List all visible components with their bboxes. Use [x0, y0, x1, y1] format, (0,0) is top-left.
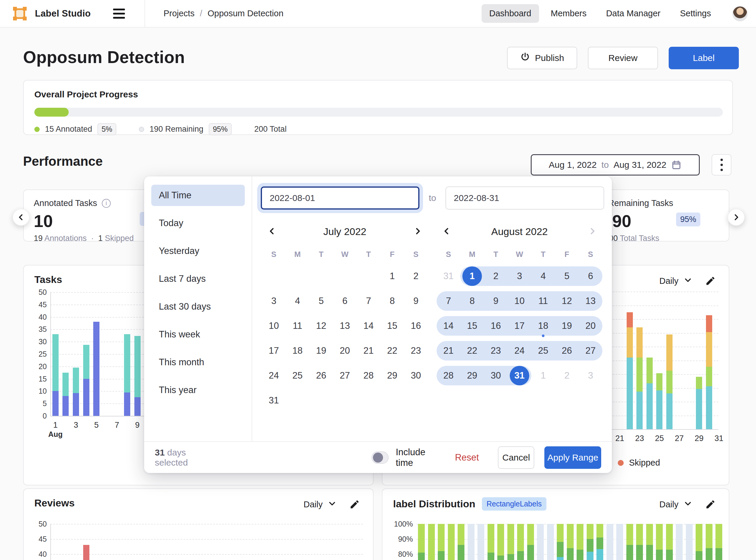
- calendar-day[interactable]: 20: [333, 338, 357, 363]
- calendar-day[interactable]: 21: [357, 338, 380, 363]
- calendar-day[interactable]: 20: [579, 314, 602, 338]
- start-date-input[interactable]: [261, 186, 419, 209]
- calendar-day[interactable]: 3: [579, 363, 602, 388]
- calendar-day[interactable]: 23: [484, 338, 508, 363]
- calendar-day[interactable]: 2: [484, 264, 508, 288]
- nav-tab-settings[interactable]: Settings: [672, 4, 719, 23]
- calendar-day[interactable]: 5: [309, 288, 333, 314]
- calendar-day[interactable]: 13: [579, 288, 602, 314]
- calendar-day[interactable]: 24: [262, 363, 286, 388]
- prev-month-icon[interactable]: [440, 224, 454, 239]
- preset-this-year[interactable]: This year: [151, 379, 245, 401]
- calendar-day[interactable]: 23: [404, 338, 428, 363]
- carousel-next-button[interactable]: [728, 209, 745, 226]
- calendar-day[interactable]: 9: [404, 288, 428, 314]
- calendar-day[interactable]: 26: [309, 363, 333, 388]
- calendar-day[interactable]: 2: [404, 264, 428, 288]
- breadcrumb-projects[interactable]: Projects: [163, 8, 195, 18]
- preset-this-week[interactable]: This week: [151, 324, 245, 345]
- calendar-day[interactable]: 31: [262, 388, 286, 413]
- nav-tab-members[interactable]: Members: [543, 4, 594, 23]
- calendar-day[interactable]: 30: [484, 363, 508, 388]
- calendar-day[interactable]: 25: [286, 363, 309, 388]
- calendar-day[interactable]: 4: [531, 264, 555, 288]
- reset-button[interactable]: Reset: [455, 452, 479, 463]
- calendar-day[interactable]: 8: [460, 288, 484, 314]
- hamburger-menu-icon[interactable]: [113, 8, 127, 20]
- calendar-day[interactable]: 17: [508, 314, 531, 338]
- calendar-day[interactable]: 31: [508, 363, 531, 388]
- calendar-day[interactable]: 12: [309, 314, 333, 338]
- next-month-icon[interactable]: [411, 224, 425, 239]
- prev-month-icon[interactable]: [265, 224, 279, 239]
- preset-all-time[interactable]: All Time: [151, 185, 245, 206]
- calendar-day[interactable]: 27: [579, 338, 602, 363]
- calendar-day[interactable]: 28: [357, 363, 380, 388]
- calendar-day[interactable]: 19: [309, 338, 333, 363]
- preset-this-month[interactable]: This month: [151, 352, 245, 373]
- calendar-day[interactable]: 28: [437, 363, 460, 388]
- publish-button[interactable]: Publish: [507, 47, 577, 69]
- calendar-day[interactable]: 17: [262, 338, 286, 363]
- remaining-tasks-value: 190: [603, 211, 719, 231]
- calendar-day[interactable]: 11: [531, 288, 555, 314]
- calendar-day[interactable]: 2: [555, 363, 579, 388]
- calendar-day[interactable]: 27: [333, 363, 357, 388]
- calendar-day[interactable]: 16: [484, 314, 508, 338]
- preset-last-30-days[interactable]: Last 30 days: [151, 296, 245, 317]
- calendar-day[interactable]: 6: [333, 288, 357, 314]
- calendar-day[interactable]: 19: [555, 314, 579, 338]
- calendar-day[interactable]: 31: [437, 264, 460, 288]
- calendar-day[interactable]: 6: [579, 264, 602, 288]
- calendar-day[interactable]: 15: [460, 314, 484, 338]
- calendar-day[interactable]: 7: [437, 288, 460, 314]
- avatar[interactable]: [732, 6, 748, 21]
- cancel-button[interactable]: Cancel: [498, 446, 534, 469]
- calendar-day[interactable]: 25: [531, 338, 555, 363]
- apply-range-button[interactable]: Apply Range: [544, 446, 601, 469]
- calendar-day[interactable]: 8: [380, 288, 404, 314]
- calendar-day[interactable]: 16: [404, 314, 428, 338]
- calendar-day[interactable]: 4: [286, 288, 309, 314]
- calendar-day[interactable]: 1: [460, 264, 484, 288]
- calendar-day[interactable]: 30: [404, 363, 428, 388]
- calendar-day[interactable]: 15: [380, 314, 404, 338]
- calendar-day[interactable]: 12: [555, 288, 579, 314]
- calendar-day[interactable]: 11: [286, 314, 309, 338]
- info-icon[interactable]: i: [102, 199, 111, 208]
- calendar-month-july: July 2022SMTWTFS123456789101112131415161…: [262, 221, 428, 413]
- calendar-day[interactable]: 29: [460, 363, 484, 388]
- calendar-day[interactable]: 3: [262, 288, 286, 314]
- nav-tab-dashboard[interactable]: Dashboard: [482, 4, 539, 23]
- calendar-day[interactable]: 18: [531, 314, 555, 338]
- calendar-day[interactable]: 21: [437, 338, 460, 363]
- calendar-day[interactable]: 13: [333, 314, 357, 338]
- calendar-day[interactable]: 29: [380, 363, 404, 388]
- review-button[interactable]: Review: [588, 47, 658, 69]
- include-time-toggle[interactable]: [372, 452, 389, 464]
- preset-last-7-days[interactable]: Last 7 days: [151, 268, 245, 289]
- calendar-day[interactable]: 1: [380, 264, 404, 288]
- calendar-day[interactable]: 1: [531, 363, 555, 388]
- calendar-day[interactable]: 5: [555, 264, 579, 288]
- calendar-day[interactable]: 14: [437, 314, 460, 338]
- calendar-day[interactable]: 7: [357, 288, 380, 314]
- carousel-prev-button[interactable]: [13, 209, 29, 226]
- calendar-day[interactable]: 22: [380, 338, 404, 363]
- preset-today[interactable]: Today: [151, 213, 245, 234]
- calendar-day[interactable]: 14: [357, 314, 380, 338]
- calendar-day[interactable]: 3: [508, 264, 531, 288]
- nav-tab-data-manager[interactable]: Data Manager: [598, 4, 668, 23]
- calendar-day[interactable]: 9: [484, 288, 508, 314]
- calendar-day[interactable]: 10: [508, 288, 531, 314]
- calendar-day[interactable]: 10: [262, 314, 286, 338]
- calendar-day[interactable]: 22: [460, 338, 484, 363]
- end-date-input[interactable]: [445, 186, 604, 209]
- kebab-menu-icon[interactable]: [712, 154, 732, 176]
- calendar-day[interactable]: 18: [286, 338, 309, 363]
- calendar-day[interactable]: 24: [508, 338, 531, 363]
- calendar-day[interactable]: 26: [555, 338, 579, 363]
- label-button[interactable]: Label: [669, 47, 739, 69]
- preset-yesterday[interactable]: Yesterday: [151, 240, 245, 262]
- date-range-trigger[interactable]: Aug 1, 2022 to Aug 31, 2022: [531, 154, 700, 176]
